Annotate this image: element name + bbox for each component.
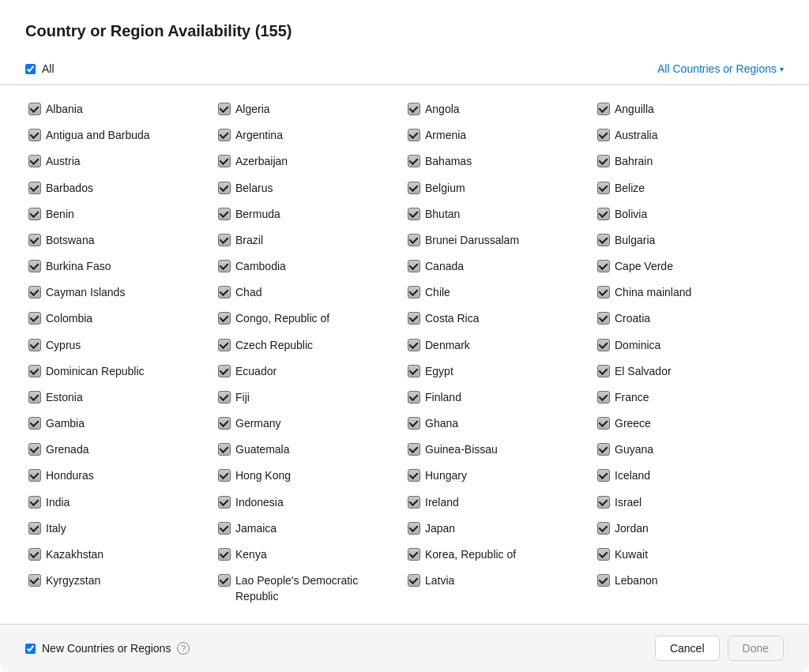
country-checkbox[interactable] <box>597 234 610 246</box>
country-item: Korea, Republic of <box>404 543 594 569</box>
modal-header: Country or Region Availability (155) <box>0 0 809 53</box>
country-checkbox[interactable] <box>597 155 610 167</box>
country-checkbox[interactable] <box>28 417 41 430</box>
country-checkbox[interactable] <box>597 365 610 377</box>
country-checkbox[interactable] <box>218 182 231 194</box>
country-item: Angola <box>404 98 594 124</box>
country-checkbox[interactable] <box>408 496 420 509</box>
country-checkbox[interactable] <box>218 417 231 430</box>
country-checkbox[interactable] <box>218 496 231 509</box>
country-name: Lao People's Democratic Republic <box>235 573 401 604</box>
country-name: Jordan <box>615 521 649 537</box>
country-checkbox[interactable] <box>218 443 231 456</box>
country-checkbox[interactable] <box>408 443 420 456</box>
country-checkbox[interactable] <box>218 391 231 404</box>
country-item: Congo, Republic of <box>215 307 404 333</box>
country-checkbox[interactable] <box>597 129 610 141</box>
help-icon[interactable]: ? <box>177 642 190 655</box>
country-item: Denmark <box>404 334 594 360</box>
country-checkbox[interactable] <box>28 522 41 535</box>
country-item: Lao People's Democratic Republic <box>215 569 404 611</box>
country-checkbox[interactable] <box>597 260 610 272</box>
country-name: Albania <box>46 102 83 118</box>
cancel-button[interactable]: Cancel <box>655 636 720 661</box>
filter-dropdown[interactable]: All Countries or Regions ▾ <box>657 62 784 75</box>
country-checkbox[interactable] <box>597 312 610 325</box>
country-name: El Salvador <box>615 364 672 380</box>
country-checkbox[interactable] <box>28 286 41 298</box>
country-checkbox[interactable] <box>597 339 610 351</box>
country-checkbox[interactable] <box>408 365 420 377</box>
country-checkbox[interactable] <box>218 469 231 482</box>
country-checkbox[interactable] <box>597 443 610 456</box>
country-checkbox[interactable] <box>28 391 41 404</box>
country-checkbox[interactable] <box>408 286 420 298</box>
country-checkbox[interactable] <box>28 234 41 246</box>
country-item: Gambia <box>25 412 215 438</box>
country-checkbox[interactable] <box>408 103 420 115</box>
country-checkbox[interactable] <box>408 548 420 561</box>
country-checkbox[interactable] <box>28 182 41 194</box>
country-checkbox[interactable] <box>28 496 41 509</box>
country-item: El Salvador <box>594 360 784 386</box>
country-checkbox[interactable] <box>408 417 420 430</box>
country-checkbox[interactable] <box>218 260 231 272</box>
country-checkbox[interactable] <box>597 496 610 509</box>
country-checkbox[interactable] <box>408 155 420 167</box>
done-button[interactable]: Done <box>728 636 784 661</box>
country-checkbox[interactable] <box>597 182 610 194</box>
country-checkbox[interactable] <box>408 522 420 535</box>
country-name: Finland <box>425 390 461 406</box>
country-checkbox[interactable] <box>28 574 41 587</box>
country-checkbox[interactable] <box>218 365 231 377</box>
country-checkbox[interactable] <box>28 548 41 561</box>
country-checkbox[interactable] <box>408 391 420 404</box>
country-checkbox[interactable] <box>28 260 41 272</box>
country-checkbox[interactable] <box>28 129 41 141</box>
country-checkbox[interactable] <box>218 574 231 587</box>
country-checkbox[interactable] <box>597 417 610 430</box>
country-checkbox[interactable] <box>218 548 231 561</box>
country-item: Barbados <box>25 177 215 203</box>
country-checkbox[interactable] <box>597 391 610 404</box>
country-checkbox[interactable] <box>28 365 41 377</box>
country-checkbox[interactable] <box>218 312 231 325</box>
country-checkbox[interactable] <box>597 286 610 298</box>
country-checkbox[interactable] <box>408 339 420 351</box>
country-checkbox[interactable] <box>408 234 420 246</box>
country-checkbox[interactable] <box>408 469 420 482</box>
country-checkbox[interactable] <box>597 103 610 115</box>
country-checkbox[interactable] <box>408 574 420 587</box>
country-checkbox[interactable] <box>28 339 41 351</box>
new-countries-checkbox[interactable] <box>25 644 36 654</box>
country-checkbox[interactable] <box>408 312 420 325</box>
country-checkbox[interactable] <box>408 208 420 220</box>
country-checkbox[interactable] <box>597 208 610 220</box>
dropdown-label: All Countries or Regions <box>657 62 777 75</box>
country-checkbox[interactable] <box>597 522 610 535</box>
country-checkbox[interactable] <box>28 103 41 115</box>
country-checkbox[interactable] <box>408 260 420 272</box>
country-checkbox[interactable] <box>218 208 231 220</box>
country-checkbox[interactable] <box>408 182 420 194</box>
all-checkbox[interactable] <box>25 64 36 74</box>
country-name: Guatemala <box>235 442 289 458</box>
country-checkbox[interactable] <box>408 129 420 141</box>
country-checkbox[interactable] <box>218 522 231 535</box>
country-item: Indonesia <box>215 491 404 517</box>
country-checkbox[interactable] <box>597 574 610 587</box>
country-checkbox[interactable] <box>218 234 231 246</box>
country-checkbox[interactable] <box>28 208 41 220</box>
country-checkbox[interactable] <box>218 339 231 351</box>
country-checkbox[interactable] <box>597 548 610 561</box>
country-checkbox[interactable] <box>218 103 231 115</box>
country-checkbox[interactable] <box>597 469 610 482</box>
country-item: Belgium <box>404 177 594 203</box>
country-checkbox[interactable] <box>218 155 231 167</box>
country-checkbox[interactable] <box>28 443 41 456</box>
country-checkbox[interactable] <box>218 286 231 298</box>
country-checkbox[interactable] <box>28 312 41 325</box>
country-checkbox[interactable] <box>28 155 41 167</box>
country-checkbox[interactable] <box>28 469 41 482</box>
country-checkbox[interactable] <box>218 129 231 141</box>
